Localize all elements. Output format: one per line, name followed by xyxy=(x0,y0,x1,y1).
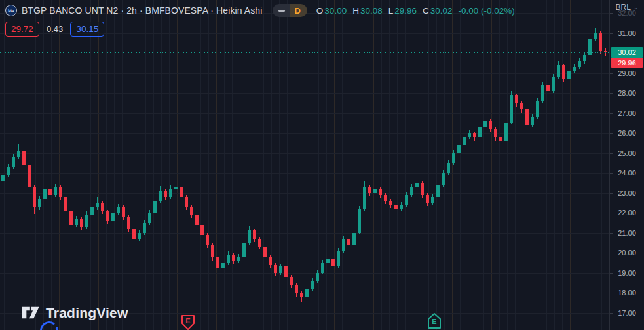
ohlc-readout: O30.00 H30.08 L29.96 C30.02 -0.00 (-0.02… xyxy=(316,6,515,16)
tradingview-wordmark: TradingView xyxy=(46,304,128,322)
axis-tick-label: 18.00 xyxy=(610,289,644,297)
axis-tick-label: 22.00 xyxy=(610,209,644,217)
candles xyxy=(1,28,607,302)
price-axis[interactable]: BRL ⌄ 32.0031.0029.0028.0027.0026.0025.0… xyxy=(609,0,644,330)
tradingview-brand[interactable]: TradingView xyxy=(22,304,128,322)
daily-ohlc-badge[interactable]: D xyxy=(273,4,307,17)
symbol-title[interactable]: BTGP BANCO UNT N2 · 2h · BMFBOVESPA · He… xyxy=(22,5,262,16)
axis-tick-label: 17.00 xyxy=(610,309,644,317)
price-chart[interactable]: EE xyxy=(0,0,609,330)
high-label: H xyxy=(352,6,359,16)
axis-tick-mark xyxy=(610,33,613,34)
daily-badge-label: D xyxy=(290,4,307,17)
symbol-logo-icon: btg xyxy=(5,5,17,16)
prev-close-badge: 29.96 xyxy=(611,58,643,68)
spread-value: 0.43 xyxy=(47,24,63,34)
axis-tick-mark xyxy=(610,193,613,194)
axis-tick-mark xyxy=(610,293,613,293)
open-value: 30.00 xyxy=(324,6,347,16)
axis-tick-label: 27.00 xyxy=(610,109,644,117)
axis-tick-label: 19.00 xyxy=(610,269,644,277)
close-label: C xyxy=(423,6,429,16)
axis-tick-mark xyxy=(610,273,613,274)
axis-tick-label: 21.00 xyxy=(610,229,644,237)
axis-tick-mark xyxy=(610,173,613,174)
axis-tick-mark xyxy=(610,213,613,213)
earnings-up-icon[interactable]: E xyxy=(428,314,440,328)
axis-tick-label: 32.00 xyxy=(610,9,644,17)
axis-tick-mark xyxy=(610,73,613,74)
axis-tick-mark xyxy=(610,113,613,114)
axis-tick-mark xyxy=(610,13,613,14)
chart-legend: btg BTGP BANCO UNT N2 · 2h · BMFBOVESPA … xyxy=(5,3,515,37)
low-label: L xyxy=(388,6,394,16)
axis-tick-label: 29.00 xyxy=(610,69,644,77)
low-value: 29.96 xyxy=(394,6,417,16)
axis-tick-label: 25.00 xyxy=(610,149,644,157)
bid-button[interactable]: 29.72 xyxy=(5,22,39,37)
axis-tick-label: 23.00 xyxy=(610,189,644,197)
axis-tick-mark xyxy=(610,313,613,314)
high-value: 30.08 xyxy=(360,6,383,16)
dash-icon xyxy=(273,10,290,12)
last-price-badge: 30.02 xyxy=(611,47,643,58)
earnings-down-icon[interactable]: E xyxy=(182,316,194,329)
axis-tick-label: 28.00 xyxy=(610,89,644,97)
axis-tick-mark xyxy=(610,253,613,253)
svg-text:E: E xyxy=(432,318,436,325)
vertical-gridlines xyxy=(5,0,602,330)
axis-tick-label: 20.00 xyxy=(610,249,644,257)
axis-tick-mark xyxy=(610,233,613,234)
axis-tick-label: 24.00 xyxy=(610,169,644,177)
ask-button[interactable]: 30.15 xyxy=(70,22,104,37)
horizontal-gridlines xyxy=(0,14,609,325)
axis-tick-label: 31.00 xyxy=(610,29,644,37)
axis-tick-label: 26.00 xyxy=(610,129,644,137)
close-value: 30.02 xyxy=(430,6,453,16)
axis-tick-mark xyxy=(610,153,613,154)
chart-window: EE btg BTGP BANCO UNT N2 · 2h · BMFBOVES… xyxy=(0,0,644,330)
open-label: O xyxy=(316,6,324,16)
svg-text:E: E xyxy=(185,317,190,325)
change-value: -0.00 (-0.02%) xyxy=(459,6,515,16)
tradingview-logo-icon xyxy=(22,304,43,322)
axis-tick-mark xyxy=(610,133,613,134)
axis-tick-mark xyxy=(610,93,613,94)
